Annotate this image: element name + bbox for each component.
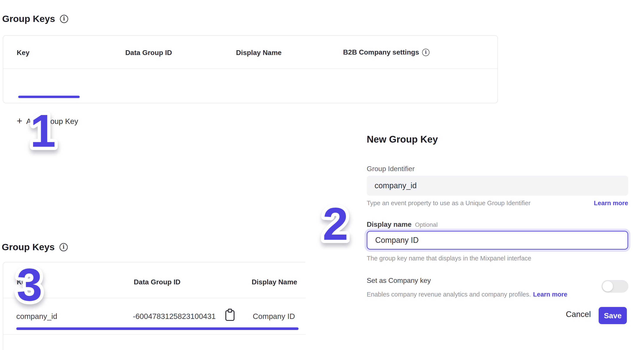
- step-1-underline: [18, 96, 80, 98]
- group-identifier-helper: Type an event property to use as a Uniqu…: [367, 200, 530, 207]
- add-group-key-button[interactable]: + Add Group Key: [17, 116, 78, 126]
- column-header-data-group-id: Data Group ID: [125, 49, 172, 57]
- column-header-display-name: Display Name: [236, 49, 282, 57]
- table-header-divider: [3, 69, 498, 69]
- column-header-key: Key: [17, 49, 30, 57]
- optional-badge: Optional: [415, 221, 438, 228]
- save-button[interactable]: Save: [598, 307, 627, 324]
- column-header-b2b-settings: B2B Company settings i: [343, 48, 430, 56]
- group-keys-table-filled: Key Data Group ID Display Name company_i…: [3, 262, 305, 350]
- company-key-helper-row: Enables company revenue analytics and co…: [367, 291, 567, 298]
- group-identifier-input[interactable]: [367, 176, 628, 196]
- group-keys-heading-top: Group Keys i: [2, 14, 68, 24]
- set-company-key-label: Set as Company key: [367, 277, 431, 285]
- step-1-badge: 1: [30, 105, 56, 156]
- step-2-badge: 2: [323, 198, 348, 250]
- page: Group Keys i Key Data Group ID Display N…: [0, 0, 644, 350]
- info-icon[interactable]: i: [60, 243, 68, 251]
- new-group-key-title: New Group Key: [367, 134, 438, 145]
- display-name-helper: The group key name that displays in the …: [367, 255, 531, 262]
- company-key-helper: Enables company revenue analytics and co…: [367, 291, 531, 298]
- display-name-label: Display name: [367, 220, 412, 228]
- plus-icon: +: [17, 116, 22, 126]
- group-keys-title: Group Keys: [2, 242, 55, 252]
- row-display-name-cell: Company ID: [253, 312, 295, 321]
- learn-more-link[interactable]: Learn more: [533, 291, 567, 298]
- toggle-knob: [602, 281, 613, 291]
- row-key-cell: company_id: [16, 312, 57, 321]
- display-name-label-row: Display nameOptional: [367, 220, 438, 229]
- group-keys-heading-bottom: Group Keys i: [2, 242, 68, 252]
- info-icon[interactable]: i: [60, 15, 68, 23]
- group-keys-table-empty: Key Data Group ID Display Name B2B Compa…: [3, 35, 498, 103]
- group-identifier-label: Group Identifier: [367, 165, 415, 173]
- add-group-key-label: Add Group Key: [26, 117, 78, 126]
- column-header-key: Key: [17, 278, 30, 286]
- info-icon[interactable]: i: [422, 49, 430, 56]
- row-data-group-id-cell: -6004783125823100431: [133, 312, 216, 321]
- group-keys-title: Group Keys: [2, 14, 55, 24]
- row-divider: [3, 334, 306, 334]
- column-header-data-group-id: Data Group ID: [134, 278, 180, 286]
- column-header-display-name: Display Name: [252, 278, 297, 286]
- cancel-button[interactable]: Cancel: [564, 309, 592, 319]
- table-header-divider: [3, 298, 306, 298]
- clipboard-icon: [224, 308, 236, 321]
- display-name-input[interactable]: [367, 231, 628, 250]
- company-key-toggle[interactable]: [602, 280, 628, 293]
- copy-icon[interactable]: [224, 308, 236, 321]
- learn-more-link[interactable]: Learn more: [594, 200, 628, 207]
- step-3-underline: [16, 327, 298, 330]
